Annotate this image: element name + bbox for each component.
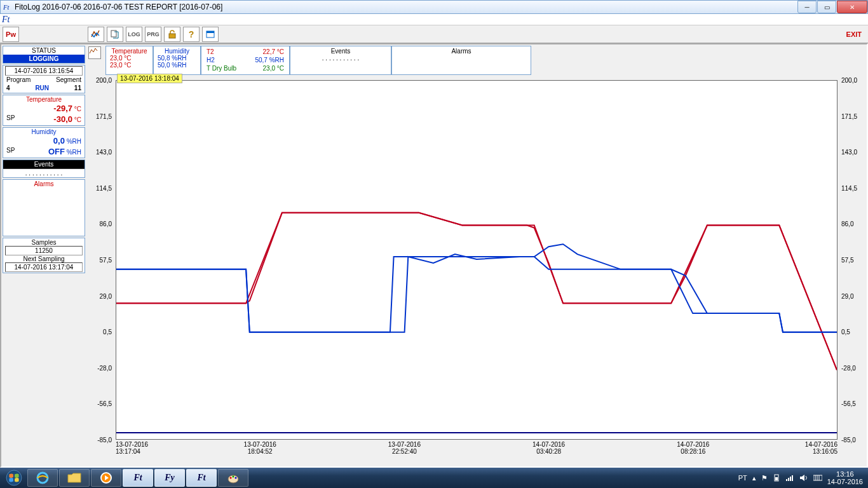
alarms-header: Alarms — [5, 180, 83, 187]
legend-temp-v2: 23,0 °C — [110, 62, 149, 69]
hum-sp-label: SP — [6, 147, 15, 156]
ie-icon — [36, 471, 50, 485]
segment-value: 11 — [74, 85, 81, 92]
cursor-tooltip: 13-07-2016 13:18:04 — [117, 74, 182, 83]
svg-point-11 — [233, 476, 234, 478]
segment-label: Segment — [56, 76, 81, 83]
close-button[interactable]: ✕ — [837, 1, 867, 13]
hum-sp-value: OFF — [48, 147, 65, 156]
taskbar-fitolog-3[interactable]: Ft — [186, 469, 217, 487]
pw-button[interactable]: Pw — [3, 27, 19, 42]
app-logo-small: Ft — [2, 15, 10, 25]
taskbar-mediaplayer[interactable] — [91, 469, 121, 487]
windows-icon — [6, 470, 22, 486]
svg-rect-17 — [790, 477, 791, 481]
legend-hum-v1: 50,8 %RH — [158, 55, 196, 62]
help-button[interactable]: ? — [183, 27, 200, 42]
legend-h2-label: H2 — [207, 57, 215, 64]
chart-plot-area[interactable] — [116, 80, 837, 440]
tray-chevron-icon[interactable]: ▴ — [752, 474, 756, 482]
menubar: Ft — [0, 14, 868, 25]
unlock-button[interactable] — [164, 27, 180, 42]
next-sampling-value: 14-07-2016 13:17:04 — [5, 262, 83, 272]
taskbar-explorer[interactable] — [59, 469, 90, 487]
chart-settings-button[interactable] — [88, 46, 101, 59]
tray-flag-icon[interactable]: ⚑ — [761, 474, 768, 482]
y-axis-right: -85,0-56,5-28,00,529,057,586,0114,5143,0… — [839, 80, 865, 440]
play-icon — [100, 471, 112, 484]
folder-icon — [67, 472, 81, 484]
prg-button[interactable]: PRG — [145, 27, 161, 42]
taskbar: Ft Fy Ft PT ▴ ⚑ 13:16 14-07-2016 — [0, 468, 868, 488]
svg-rect-18 — [792, 475, 793, 481]
legend-t2-val: 22,7 °C — [263, 48, 284, 55]
svg-rect-2 — [169, 34, 175, 38]
program-value: 4 — [6, 85, 10, 92]
window-titlebar: Ft FitoLog 2016-07-06 2016-07-06 TEST RE… — [0, 0, 868, 14]
help-icon: ? — [189, 29, 194, 39]
y-axis-left: -85,0-56,5-28,00,529,057,586,0114,5143,0… — [88, 80, 114, 440]
tray-lang[interactable]: PT — [738, 474, 747, 482]
svg-point-5 — [6, 470, 22, 485]
samples-label: Samples — [5, 239, 83, 246]
status-label: STATUS — [3, 46, 85, 55]
maximize-button[interactable]: ▭ — [817, 1, 836, 13]
svg-point-12 — [235, 477, 237, 479]
legend-events-value: . . . . . . . . . . . — [294, 55, 387, 62]
temp-label: Temperature — [5, 96, 83, 103]
sidebar-clock: 14-07-2016 13:16:54 — [5, 66, 83, 76]
window-button[interactable] — [202, 27, 219, 42]
export-button[interactable] — [107, 27, 123, 42]
legend-t2-label: T2 — [207, 48, 214, 55]
window-icon — [205, 29, 215, 39]
svg-rect-4 — [207, 31, 214, 33]
taskbar-fitolog-1[interactable]: Ft — [123, 469, 153, 487]
app-icon: Ft — [3, 3, 12, 11]
unlock-icon — [167, 29, 177, 39]
program-label: Program — [6, 76, 31, 83]
window-title: FitoLog 2016-07-06 2016-07-06 TEST REPOR… — [15, 3, 797, 11]
log-button[interactable]: LOG — [126, 27, 142, 42]
next-sampling-label: Next Sampling — [5, 255, 83, 262]
events-value: . . . . . . . . . . . — [5, 170, 83, 177]
events-header: Events — [3, 160, 85, 169]
start-button[interactable] — [1, 468, 27, 488]
svg-point-10 — [230, 477, 232, 479]
hum-label: Humidity — [5, 128, 83, 135]
svg-rect-16 — [788, 478, 789, 481]
legend-hum-label: Humidity — [158, 48, 196, 55]
legend-temp-label: Temperature — [110, 48, 149, 55]
temp-value: -29,7 — [53, 104, 72, 113]
chart-panel: Temperature 23,0 °C 23,0 °C Humidity 50,… — [86, 44, 867, 466]
legend-hum-v2: 50,0 %RH — [158, 62, 196, 69]
paint-icon — [227, 471, 240, 484]
tray-keyboard-icon[interactable] — [813, 474, 822, 482]
chart-tool-button[interactable] — [88, 27, 104, 42]
samples-value: 11250 — [5, 246, 83, 255]
legend-h2-val: 50,7 %RH — [255, 57, 284, 64]
svg-rect-19 — [813, 475, 822, 480]
minimize-button[interactable]: ─ — [797, 1, 817, 13]
tray-network-icon[interactable] — [785, 474, 794, 482]
exit-button[interactable]: EXIT — [843, 29, 865, 39]
toolbar: Pw LOG PRG ? EXIT — [0, 25, 868, 43]
tray-volume-icon[interactable] — [799, 474, 808, 482]
legend-tdry-val: 23,0 °C — [263, 65, 284, 72]
svg-rect-15 — [786, 479, 787, 481]
run-state: RUN — [35, 85, 49, 92]
status-value: LOGGING — [3, 55, 85, 63]
svg-point-6 — [37, 473, 48, 483]
svg-rect-14 — [775, 477, 778, 480]
taskbar-fitolog-2[interactable]: Fy — [154, 469, 185, 487]
temp-sp-label: SP — [6, 114, 15, 124]
legend-alarms-label: Alarms — [396, 48, 527, 55]
taskbar-ie[interactable] — [27, 469, 58, 487]
svg-text:Ft: Ft — [3, 4, 10, 11]
legend-events-label: Events — [294, 48, 387, 55]
tray-power-icon[interactable] — [773, 473, 780, 482]
sidebar: STATUS LOGGING 14-07-2016 13:16:54 Progr… — [1, 44, 86, 466]
tray-clock[interactable]: 13:16 14-07-2016 — [827, 470, 863, 485]
hum-value: 0,0 — [53, 136, 65, 146]
taskbar-paint[interactable] — [218, 469, 248, 487]
legend-temp-v1: 23,0 °C — [110, 55, 149, 62]
